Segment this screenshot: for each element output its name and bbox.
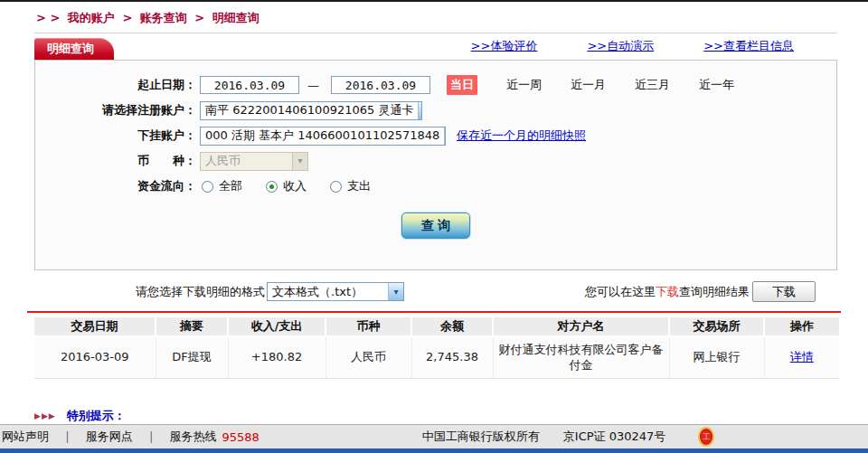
- download-hint-highlight: 下载: [656, 284, 679, 300]
- date-range-label: 起止日期：: [35, 77, 196, 93]
- col-header-action: 操作: [764, 317, 839, 336]
- breadcrumb-prefix: > >: [36, 11, 60, 24]
- fund-flow-radio-group: 全部 收入 支出: [202, 178, 394, 194]
- breadcrumb: > > 我的账户 > 账务查询 > 明细查询: [0, 2, 868, 26]
- table-header-row: 交易日期 摘要 收入/支出 币种 余额 对方户名 交易场所 操作: [34, 317, 839, 336]
- chevron-down-icon: ▾: [418, 102, 422, 119]
- cell-date: 2016-03-09: [34, 336, 156, 378]
- download-format-label: 请您选择下载明细的格式: [136, 284, 265, 300]
- cell-balance: 2,745.38: [411, 336, 493, 378]
- date-dash: —: [307, 79, 319, 92]
- radio-label-income: 收入: [283, 178, 307, 194]
- quick-range-year[interactable]: 近一年: [699, 77, 734, 93]
- transaction-table: 交易日期 摘要 收入/支出 币种 余额 对方户名 交易场所 操作 2016-03…: [34, 317, 839, 379]
- currency-row: 币 种： 人民币 ▾: [35, 151, 836, 171]
- query-form-panel: 起止日期： — 当日 近一周 近一月 近三月 近一年 请选择注册账户： 南平 6…: [34, 60, 837, 270]
- link-experience-review[interactable]: >>体验评价: [471, 38, 538, 54]
- sub-account-select[interactable]: 000 活期 基本户 1406600101102571848 ▾: [200, 127, 446, 146]
- register-account-row: 请选择注册账户： 南平 6222001406100921065 灵通卡 ▾: [35, 100, 836, 120]
- fund-flow-label: 资金流向：: [35, 178, 196, 194]
- col-header-counterparty: 对方户名: [493, 317, 669, 336]
- col-header-amount: 收入/支出: [228, 317, 326, 336]
- cell-action: 详情: [764, 336, 839, 378]
- col-header-date: 交易日期: [34, 317, 156, 336]
- triple-arrow-icon: ▶▶▶: [34, 411, 56, 420]
- date-from-input[interactable]: [200, 76, 299, 94]
- footer: 网站声明 ｜ 服务网点 ｜ 服务热线 95588 中国工商银行版权所有 京ICP…: [0, 424, 868, 448]
- tab-label: 明细查询: [47, 42, 94, 55]
- radio-label-all: 全部: [219, 178, 242, 194]
- download-hint-prefix: 您可以在这里: [585, 284, 656, 300]
- radio-icon: [330, 181, 342, 193]
- radio-option-all[interactable]: 全部: [202, 178, 242, 194]
- breadcrumb-divider: [34, 33, 837, 33]
- quick-range-month[interactable]: 近一月: [571, 77, 606, 93]
- tab-detail-query[interactable]: 明细查询: [34, 38, 114, 60]
- currency-select-disabled: 人民币 ▾: [200, 152, 308, 171]
- date-range-row: 起止日期： — 当日 近一周 近一月 近三月 近一年: [35, 75, 836, 95]
- footer-separator: ｜: [146, 429, 157, 445]
- copyright-text: 中国工商银行版权所有: [422, 429, 540, 445]
- quick-range-week[interactable]: 近一周: [506, 77, 542, 93]
- col-header-balance: 余额: [411, 317, 493, 336]
- col-header-currency: 币种: [326, 317, 411, 336]
- hotline-number: 95588: [222, 430, 259, 444]
- header-links: >>体验评价 >>自动演示 >>查看栏目信息: [471, 38, 837, 60]
- register-account-select[interactable]: 南平 6222001406100921065 灵通卡 ▾: [200, 101, 422, 120]
- query-button-row: 查 询: [35, 212, 836, 239]
- save-snapshot-link[interactable]: 保存近一个月的明细快照: [457, 127, 586, 144]
- link-view-column-info[interactable]: >>查看栏目信息: [703, 38, 794, 54]
- icp-license-text: 京ICP证 030247号: [563, 429, 666, 445]
- currency-label: 币 种：: [35, 153, 196, 169]
- tab-bar: 明细查询 >>体验评价 >>自动演示 >>查看栏目信息: [34, 37, 837, 60]
- notice-title: 特别提示：: [67, 408, 126, 424]
- query-button[interactable]: 查 询: [401, 212, 470, 239]
- register-account-label: 请选择注册账户：: [35, 102, 196, 118]
- radio-option-income[interactable]: 收入: [266, 178, 307, 194]
- footer-separator: ｜: [61, 429, 73, 445]
- currency-value: 人民币: [201, 153, 292, 169]
- chevron-down-icon: ▾: [444, 127, 446, 145]
- date-to-input[interactable]: [331, 76, 430, 94]
- radio-option-expense[interactable]: 支出: [330, 178, 371, 194]
- icbc-emblem-icon: 工: [698, 427, 714, 447]
- radio-icon: [202, 181, 213, 193]
- link-auto-demo[interactable]: >>自动演示: [587, 38, 654, 54]
- download-format-value: 文本格式（.txt）: [268, 284, 388, 300]
- fund-flow-row: 资金流向： 全部 收入 支出: [35, 176, 836, 196]
- breadcrumb-item-detail-query: 明细查询: [212, 11, 259, 24]
- breadcrumb-separator: >: [122, 11, 132, 24]
- col-header-channel: 交易场所: [669, 317, 764, 336]
- footer-link-site-statement[interactable]: 网站声明: [2, 429, 49, 445]
- cell-amount: +180.82: [228, 336, 326, 378]
- detail-link[interactable]: 详情: [790, 350, 814, 363]
- download-button[interactable]: 下载: [752, 281, 816, 302]
- cell-summary: DF提现: [156, 336, 228, 378]
- hotline-label: 服务热线: [169, 429, 216, 445]
- download-hint-group: 您可以在这里 下载 查询明细结果 下载: [585, 281, 816, 302]
- radio-selected-icon: [266, 181, 278, 193]
- sub-account-value: 000 活期 基本户 1406600101102571848: [201, 127, 444, 144]
- chevron-down-icon: ▾: [292, 153, 307, 170]
- breadcrumb-separator: >: [194, 11, 204, 24]
- breadcrumb-item-my-account[interactable]: 我的账户: [68, 11, 115, 24]
- footer-link-service-outlets[interactable]: 服务网点: [86, 429, 133, 445]
- today-button[interactable]: 当日: [447, 75, 477, 95]
- register-account-value: 南平 6222001406100921065 灵通卡: [201, 102, 418, 118]
- sub-account-label: 下挂账户：: [35, 127, 196, 144]
- table-row: 2016-03-09 DF提现 +180.82 人民币 2,745.38 财付通…: [34, 336, 839, 378]
- download-row: 请您选择下载明细的格式 文本格式（.txt） ▾ 您可以在这里 下载 查询明细结…: [136, 281, 816, 302]
- quick-range-quarter[interactable]: 近三月: [635, 77, 670, 93]
- cell-currency: 人民币: [326, 336, 411, 378]
- download-hint-suffix: 查询明细结果: [679, 284, 750, 300]
- breadcrumb-item-account-query[interactable]: 账务查询: [140, 11, 187, 24]
- chevron-down-icon: ▾: [388, 283, 403, 300]
- col-header-summary: 摘要: [156, 317, 228, 336]
- sub-account-row: 下挂账户： 000 活期 基本户 1406600101102571848 ▾ 保…: [35, 126, 836, 146]
- cell-channel: 网上银行: [669, 336, 764, 378]
- cell-counterparty: 财付通支付科技有限公司客户备付金: [493, 336, 669, 378]
- notice-header: ▶▶▶ 特别提示：: [34, 408, 868, 424]
- radio-label-expense: 支出: [347, 178, 371, 194]
- download-format-select[interactable]: 文本格式（.txt） ▾: [267, 282, 404, 301]
- bottom-blue-bar: [0, 448, 868, 453]
